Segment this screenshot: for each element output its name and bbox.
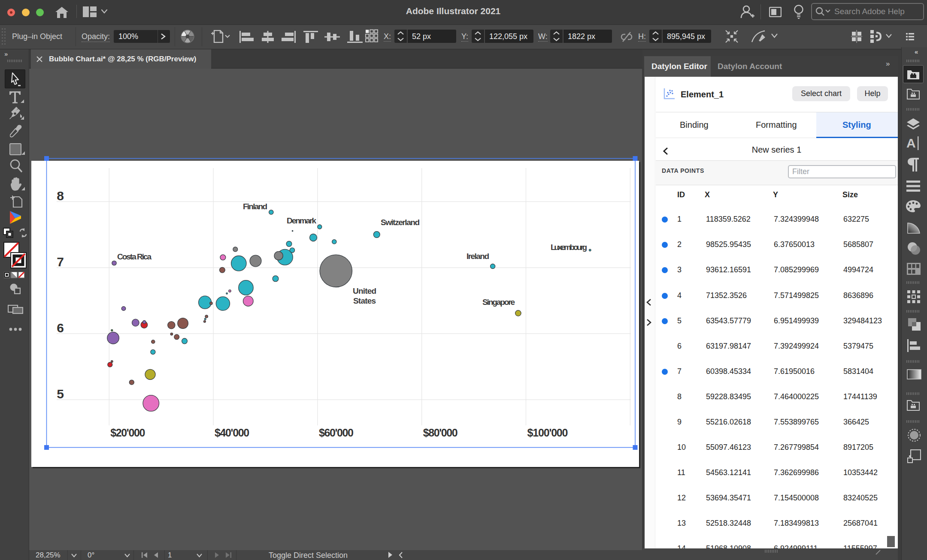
svg-text:A: A: [906, 136, 916, 150]
